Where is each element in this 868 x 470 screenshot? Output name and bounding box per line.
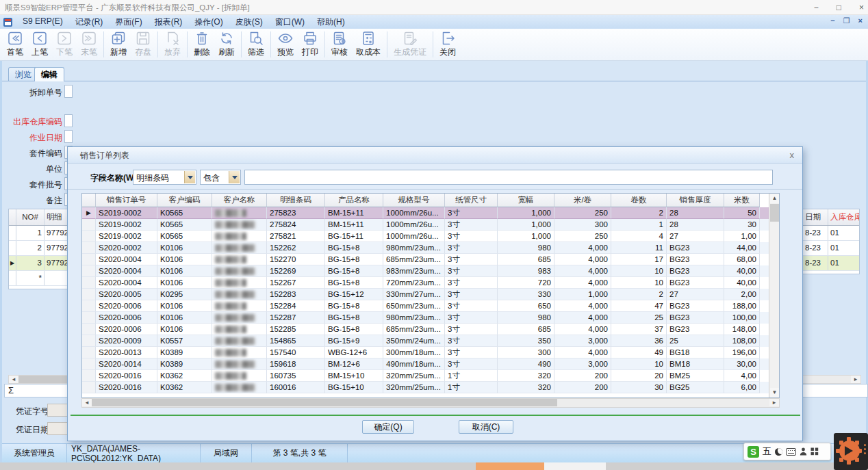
detail-row[interactable]: 8-2301: [803, 241, 859, 256]
detail-row[interactable]: *: [9, 271, 68, 286]
filter-search-input[interactable]: [244, 170, 773, 185]
row-selector-cell[interactable]: [82, 219, 96, 231]
table-col-header-0[interactable]: [82, 194, 96, 207]
row-selector-cell[interactable]: ▶: [82, 207, 96, 219]
detail-row[interactable]: 197792: [9, 226, 68, 241]
table-row[interactable]: ▶S2019-0002K0565275823BM-15+111000mm/26u…: [82, 207, 779, 219]
row-selector-cell[interactable]: [82, 370, 96, 382]
tools-grid-icon[interactable]: [810, 447, 819, 456]
detail-row[interactable]: 297792: [9, 241, 68, 256]
row-selector-cell[interactable]: [82, 231, 96, 242]
row-selector-cell[interactable]: [82, 242, 96, 254]
table-row[interactable]: S2020-0004K0106152267BG-15+8720mm/23um..…: [82, 277, 779, 289]
row-selector-cell[interactable]: [82, 358, 96, 370]
table-row[interactable]: S2020-0005K0295152283BG-15+12330mm/27um.…: [82, 289, 779, 300]
table-col-header-8[interactable]: 宽幅: [498, 194, 554, 207]
mdi-restore-button[interactable]: ❐: [843, 16, 850, 25]
menu-item-5[interactable]: 皮肤(S): [229, 15, 269, 29]
table-row[interactable]: S2020-0014K0389159618BM-12+6490mm/18um..…: [82, 358, 779, 370]
refresh-button[interactable]: 刷新: [214, 29, 239, 60]
filter-field-select[interactable]: 明细条码: [133, 170, 196, 185]
table-row[interactable]: S2020-0002K0106152262BG-15+8980mm/23um..…: [82, 242, 779, 254]
row-selector-cell[interactable]: [82, 382, 96, 393]
main-hscroll-thumb[interactable]: [18, 376, 68, 383]
detail-grid-right-fragment[interactable]: 日期入库仓库8-23018-23018-2301: [802, 209, 860, 274]
keyboard-icon[interactable]: [786, 448, 796, 456]
col-date-header[interactable]: 日期: [803, 209, 828, 225]
window-minimize-button[interactable]: −: [814, 3, 819, 12]
scroll-left-icon[interactable]: ◂: [82, 399, 92, 406]
sales-order-table[interactable]: 销售订单号客户编码客户名称明细条码产品名称规格型号纸管尺寸宽幅米/卷卷数销售厚度…: [81, 193, 780, 398]
menu-item-6[interactable]: 窗口(W): [269, 15, 311, 29]
table-col-header-6[interactable]: 规格型号: [383, 194, 445, 207]
form-input-1[interactable]: [64, 114, 73, 127]
mdi-minimize-button[interactable]: −: [830, 16, 834, 25]
window-close-button[interactable]: ×: [859, 3, 864, 12]
chevron-down-icon[interactable]: [184, 171, 195, 183]
ime-toolbar[interactable]: S 五: [743, 443, 831, 460]
scroll-right-icon[interactable]: ▸: [769, 399, 779, 406]
chevron-down-icon[interactable]: [229, 171, 240, 183]
add-button[interactable]: 新增: [106, 29, 131, 60]
col-warehouse-header[interactable]: 入库仓库: [828, 209, 859, 225]
audit-button[interactable]: 审核: [327, 29, 352, 60]
first-record-button[interactable]: 首笔: [3, 29, 27, 60]
taskbar-orange-segment[interactable]: [476, 462, 544, 470]
table-col-header-2[interactable]: 客户编码: [157, 194, 212, 207]
dialog-close-icon[interactable]: x: [790, 150, 795, 160]
table-row[interactable]: S2019-0002K0565275824BM-15+111000mm/26u.…: [82, 219, 779, 231]
table-col-header-3[interactable]: 客户名称: [212, 194, 267, 207]
row-selector-cell[interactable]: [82, 289, 96, 300]
scroll-up-icon[interactable]: ▲: [770, 194, 779, 203]
menu-item-7[interactable]: 帮助(H): [311, 15, 351, 29]
table-col-header-4[interactable]: 明细条码: [267, 194, 325, 207]
ok-button[interactable]: 确定(Q): [362, 420, 414, 434]
preview-button[interactable]: 预览: [273, 29, 298, 60]
table-col-header-7[interactable]: 纸管尺寸: [445, 194, 498, 207]
scroll-right-icon[interactable]: ▸: [851, 376, 860, 383]
tile-menu-dots-icon[interactable]: [864, 444, 866, 454]
table-vertical-scrollbar[interactable]: ▲▼: [769, 194, 779, 397]
table-vscroll-thumb[interactable]: [770, 204, 779, 222]
table-col-header-12[interactable]: 米数: [724, 194, 760, 207]
row-selector-cell[interactable]: [82, 300, 96, 312]
table-row[interactable]: S2020-0006K0106152285BG-15+8685mm/23um..…: [82, 324, 779, 335]
mdi-close-button[interactable]: ×: [858, 16, 863, 25]
window-maximize-button[interactable]: □: [837, 3, 841, 12]
menu-item-1[interactable]: 记录(R): [69, 15, 110, 29]
table-row[interactable]: S2019-0002K0565275821BG-15+111000mm/26u.…: [82, 231, 779, 242]
cancel-button[interactable]: 取消(C): [459, 420, 513, 434]
taskbar-light-segment[interactable]: [544, 462, 606, 470]
delete-button[interactable]: 删除: [190, 29, 214, 60]
person-icon[interactable]: [800, 447, 807, 456]
print-button[interactable]: 打印: [298, 29, 322, 60]
menu-item-0[interactable]: S9 ERP(E): [16, 15, 69, 29]
table-row[interactable]: S2020-0013K0389157540WBG-12+6300mm/18um.…: [82, 347, 779, 358]
table-row[interactable]: S2020-0009K0557154865BG-15+9350mm/24um..…: [82, 335, 779, 347]
col-no-header[interactable]: NO#: [16, 209, 44, 225]
row-selector-cell[interactable]: [82, 347, 96, 358]
table-row[interactable]: S2020-0016K0362160735BM-15+10320mm/25um.…: [82, 370, 779, 382]
menu-item-2[interactable]: 界面(F): [109, 15, 148, 29]
scroll-left-icon[interactable]: ◂: [9, 376, 18, 383]
ime-mode-label[interactable]: 五: [763, 445, 771, 458]
corner-app-tile[interactable]: [834, 433, 868, 470]
table-horizontal-scrollbar[interactable]: ◂ ▸: [81, 398, 780, 408]
scroll-down-icon[interactable]: ▼: [770, 388, 779, 397]
filter-button[interactable]: 筛选: [244, 29, 268, 60]
dialog-title-bar[interactable]: 销售订单列表 x: [68, 147, 802, 164]
detail-row[interactable]: 8-2301: [803, 226, 859, 241]
table-row[interactable]: S2020-0004K0106152269BG-15+8983mm/23um..…: [82, 265, 779, 277]
table-row[interactable]: S2020-0006K0106152287BG-15+8980mm/23um..…: [82, 312, 779, 324]
row-selector-cell[interactable]: [82, 254, 96, 265]
exit-button[interactable]: 关闭: [435, 29, 460, 60]
form-input-0[interactable]: [64, 85, 73, 98]
detail-row[interactable]: 8-2301: [803, 256, 859, 271]
col-detail-header[interactable]: 明细: [44, 209, 68, 225]
ime-logo-icon[interactable]: S: [748, 446, 759, 458]
menu-item-3[interactable]: 报表(R): [149, 15, 189, 29]
table-row[interactable]: S2020-0006K0106152284BG-15+8650mm/23um..…: [82, 300, 779, 312]
table-col-header-10[interactable]: 卷数: [611, 194, 667, 207]
form-input-2[interactable]: [64, 130, 73, 143]
table-row[interactable]: S2020-0004K0106152270BG-15+8685mm/23um..…: [82, 254, 779, 265]
